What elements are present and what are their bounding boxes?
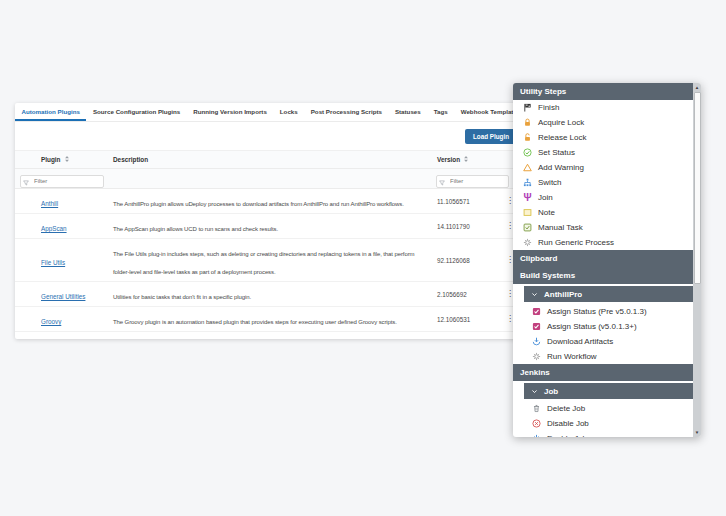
settings-tabbar: Automation Plugins Source Configuration … <box>15 103 518 122</box>
gear-icon <box>523 238 532 247</box>
finish-flag-icon <box>523 103 532 112</box>
manual-task-checkbox-icon <box>523 223 532 232</box>
group-header-label: AnthillPro <box>544 290 582 299</box>
scrollbar-track[interactable] <box>693 92 701 428</box>
scroll-down-arrow-icon[interactable]: ▼ <box>693 428 701 437</box>
table-header-row: Plugin Description Version <box>15 151 518 169</box>
tab-automation-plugins[interactable]: Automation Plugins <box>15 103 86 121</box>
scroll-up-arrow-icon[interactable]: ▲ <box>693 83 701 92</box>
lock-closed-icon <box>523 118 532 127</box>
step-item-assign-status-v5[interactable]: Assign Status (v5.0.1.3+) <box>513 319 693 334</box>
version-filter <box>436 169 509 186</box>
plugin-link-anthill[interactable]: Anthill <box>41 200 58 207</box>
tab-statuses[interactable]: Statuses <box>388 103 427 121</box>
plugin-column-header[interactable]: Plugin <box>15 151 99 169</box>
step-item-delete-job[interactable]: Delete Job <box>513 401 693 416</box>
step-item-switch[interactable]: Switch <box>513 175 693 190</box>
step-item-note[interactable]: Note <box>513 205 693 220</box>
check-circle-icon <box>523 148 532 157</box>
plugin-link-file-utils[interactable]: File Utils <box>41 259 65 266</box>
table-toolbar: Load Plugin <box>15 122 518 150</box>
note-icon <box>523 208 532 217</box>
plugin-description: Utilities for basic tasks that don't fit… <box>113 294 251 300</box>
table-row: Groovy The Groovy plugin is an automatio… <box>15 307 518 332</box>
step-item-add-warning[interactable]: Add Warning <box>513 160 693 175</box>
section-header-jenkins[interactable]: Jenkins <box>513 364 693 381</box>
plugin-description: The AnthillPro plugin allows uDeploy pro… <box>113 201 404 207</box>
table-row: Anthill The AnthillPro plugin allows uDe… <box>15 189 518 214</box>
scrollbar-thumb[interactable] <box>694 92 701 284</box>
steps-palette-panel: Utility Steps Finish Acquire Lock Releas… <box>513 83 701 437</box>
step-item-download-artifacts[interactable]: Download Artifacts <box>513 334 693 349</box>
plugin-filter <box>20 169 104 186</box>
filter-funnel-icon <box>23 172 29 190</box>
plugin-version: 14.1101790 <box>429 214 502 239</box>
tab-tags[interactable]: Tags <box>427 103 454 121</box>
step-item-label: Switch <box>538 178 562 187</box>
plugins-settings-card: Automation Plugins Source Configuration … <box>15 103 518 339</box>
tab-post-processing-scripts[interactable]: Post Processing Scripts <box>304 103 388 121</box>
step-item-disable-job[interactable]: Disable Job <box>513 416 693 431</box>
tab-running-version-imports[interactable]: Running Version Imports <box>187 103 274 121</box>
plugin-link-groovy[interactable]: Groovy <box>41 318 61 325</box>
plugin-description: The File Utils plug-in includes steps, s… <box>113 251 414 275</box>
step-item-finish[interactable]: Finish <box>513 100 693 115</box>
step-item-run-workflow[interactable]: Run Workflow <box>513 349 693 364</box>
step-item-label: Manual Task <box>538 223 583 232</box>
power-icon <box>532 434 541 437</box>
plugins-table: Plugin Description Version <box>15 150 518 332</box>
download-icon <box>532 337 541 346</box>
step-item-label: Add Warning <box>538 163 584 172</box>
step-item-label: Release Lock <box>538 133 586 142</box>
tab-locks[interactable]: Locks <box>273 103 304 121</box>
version-filter-input[interactable] <box>436 175 509 188</box>
plugin-description: The Groovy plugin is an automation based… <box>113 319 397 325</box>
step-item-label: Assign Status (Pre v5.0.1.3) <box>547 307 647 316</box>
load-plugin-button[interactable]: Load Plugin <box>465 129 517 144</box>
step-item-set-status[interactable]: Set Status <box>513 145 693 160</box>
step-item-run-generic-process[interactable]: Run Generic Process <box>513 235 693 250</box>
step-item-label: Note <box>538 208 555 217</box>
plugin-filter-input[interactable] <box>20 175 104 188</box>
table-row: General Utilities Utilities for basic ta… <box>15 282 518 307</box>
warning-triangle-icon <box>523 163 532 172</box>
section-header-utility-steps[interactable]: Utility Steps <box>513 83 693 100</box>
sort-icon[interactable] <box>463 155 469 164</box>
step-item-label: Acquire Lock <box>538 118 584 127</box>
plugin-link-general-utilities[interactable]: General Utilities <box>41 293 85 300</box>
description-column-header: Description <box>99 151 429 169</box>
group-header-anthillpro[interactable]: AnthillPro <box>524 286 693 302</box>
group-header-label: Job <box>544 387 558 396</box>
switch-branch-icon <box>523 178 532 187</box>
step-item-manual-task[interactable]: Manual Task <box>513 220 693 235</box>
step-item-label: Finish <box>538 103 559 112</box>
step-item-label: Assign Status (v5.0.1.3+) <box>547 322 637 331</box>
assign-status-checkbox-icon <box>532 322 541 331</box>
section-header-build-systems[interactable]: Build Systems <box>513 267 693 284</box>
step-item-assign-status-pre[interactable]: Assign Status (Pre v5.0.1.3) <box>513 304 693 319</box>
step-item-join[interactable]: Ψ Join <box>513 190 693 205</box>
step-item-label: Delete Job <box>547 404 585 413</box>
assign-status-checkbox-icon <box>532 307 541 316</box>
plugin-version: 92.1126068 <box>429 239 502 282</box>
plugin-link-appscan[interactable]: AppScan <box>41 225 67 232</box>
section-header-clipboard[interactable]: Clipboard <box>513 250 693 267</box>
plugin-version: 11.1056571 <box>429 189 502 214</box>
step-item-label: Join <box>538 193 553 202</box>
disable-circle-x-icon <box>532 419 541 428</box>
tab-source-configuration-plugins[interactable]: Source Configuration Plugins <box>86 103 186 121</box>
step-item-label: Set Status <box>538 148 575 157</box>
step-item-enable-job[interactable]: Enable Job <box>513 431 693 437</box>
plugin-description: The AppScan plugin allows UCD to run sca… <box>113 226 278 232</box>
join-psi-icon: Ψ <box>523 193 532 202</box>
group-header-job[interactable]: Job <box>524 383 693 399</box>
panel-scrollbar[interactable]: ▲ ▼ <box>693 83 701 437</box>
description-column-label: Description <box>113 156 148 163</box>
version-column-label: Version <box>437 156 460 163</box>
step-item-acquire-lock[interactable]: Acquire Lock <box>513 115 693 130</box>
step-item-release-lock[interactable]: Release Lock <box>513 130 693 145</box>
step-item-label: Disable Job <box>547 419 589 428</box>
step-item-label: Run Workflow <box>547 352 597 361</box>
sort-icon[interactable] <box>64 155 70 164</box>
version-column-header[interactable]: Version <box>429 151 502 169</box>
